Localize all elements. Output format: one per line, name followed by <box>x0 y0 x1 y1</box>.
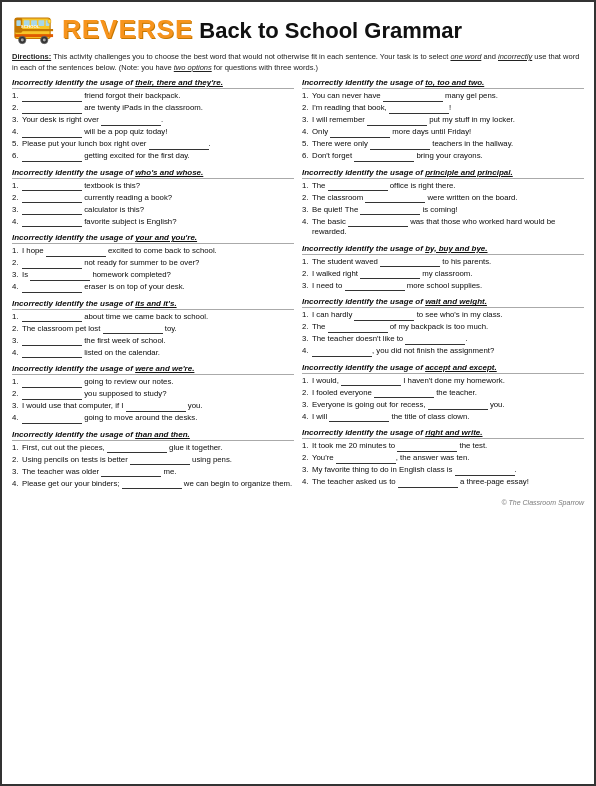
items-list-accept-except: 1.I would, I haven't done my homework.2.… <box>302 376 584 423</box>
list-item: 3. the first week of school. <box>12 336 294 347</box>
section-title-by-buy-bye: Incorrectly identify the usage of by, bu… <box>302 244 584 255</box>
list-item: 4.I will the title of class clown. <box>302 412 584 423</box>
blank-field <box>360 207 420 215</box>
list-item: 2.The classroom pet lost toy. <box>12 324 294 335</box>
list-item: 2. not ready for summer to be over? <box>12 258 294 269</box>
list-item: 1.The student waved to his parents. <box>302 257 584 268</box>
items-list-than-then: 1.First, cut out the pieces, glue it tog… <box>12 443 294 490</box>
list-item: 2. you supposed to study? <box>12 389 294 400</box>
list-item: 1.First, cut out the pieces, glue it tog… <box>12 443 294 454</box>
list-item: 5.Please put your lunch box right over . <box>12 139 294 150</box>
blank-field <box>405 337 465 345</box>
list-item: 1.I hope excited to come back to school. <box>12 246 294 257</box>
blank-field <box>101 118 161 126</box>
list-item: 4. eraser is on top of your desk. <box>12 282 294 293</box>
blank-field <box>22 392 82 400</box>
list-item: 4. going to move around the desks. <box>12 413 294 424</box>
list-item: 1.It took me 20 minutes to the test. <box>302 441 584 452</box>
section-title-than-then: Incorrectly identify the usage of than a… <box>12 430 294 441</box>
blank-field <box>389 106 449 114</box>
list-item: 4.The teacher asked us to a three-page e… <box>302 477 584 488</box>
list-item: 4.Only more days until Friday! <box>302 127 584 138</box>
blank-field <box>398 480 458 488</box>
section-principle-principal: Incorrectly identify the usage of princi… <box>302 168 584 238</box>
list-item: 1.I would, I haven't done my homework. <box>302 376 584 387</box>
items-list-your-youre: 1.I hope excited to come back to school.… <box>12 246 294 293</box>
list-item: 3.Be quiet! The is coming! <box>302 205 584 216</box>
right-column: Incorrectly identify the usage of to, to… <box>302 78 584 495</box>
title-area: REVERSE Back to School Grammar <box>62 14 462 45</box>
list-item: 3.My favorite thing to do in English cla… <box>302 465 584 476</box>
blank-field <box>22 207 82 215</box>
list-item: 1.The office is right there. <box>302 181 584 192</box>
items-list-its-its: 1. about time we came back to school.2.T… <box>12 312 294 359</box>
section-title-were-were: Incorrectly identify the usage of were a… <box>12 364 294 375</box>
section-title-your-youre: Incorrectly identify the usage of your a… <box>12 233 294 244</box>
section-title-right-write: Incorrectly identify the usage of right … <box>302 428 584 439</box>
items-list-right-write: 1.It took me 20 minutes to the test.2.Yo… <box>302 441 584 488</box>
blank-field <box>383 94 443 102</box>
blank-field <box>367 118 427 126</box>
items-list-whos-whose: 1. textbook is this?2. currently reading… <box>12 181 294 228</box>
list-item: 2.I fooled everyone the teacher. <box>302 388 584 399</box>
section-by-buy-bye: Incorrectly identify the usage of by, bu… <box>302 244 584 292</box>
section-its-its: Incorrectly identify the usage of its an… <box>12 299 294 359</box>
items-list-were-were: 1. going to review our notes.2. you supp… <box>12 377 294 424</box>
blank-field <box>341 378 401 386</box>
blank-field <box>22 380 82 388</box>
list-item: 3.Everyone is going out for recess, you. <box>302 400 584 411</box>
content-grid: Incorrectly identify the usage of their,… <box>12 78 584 495</box>
blank-field <box>22 219 82 227</box>
svg-rect-7 <box>15 29 53 31</box>
section-were-were: Incorrectly identify the usage of were a… <box>12 364 294 424</box>
blank-field <box>22 195 82 203</box>
list-item: 2.The classroom were written on the boar… <box>302 193 584 204</box>
blank-field <box>107 445 167 453</box>
section-title-whos-whose: Incorrectly identify the usage of who's … <box>12 168 294 179</box>
list-item: 2.The of my backpack is too much. <box>302 322 584 333</box>
list-item: 5.There were only teachers in the hallwa… <box>302 139 584 150</box>
page: SCHOOL REVERSE Back to School Grammar Di… <box>0 0 596 786</box>
blank-field <box>22 154 82 162</box>
list-item: 3.Your desk is right over . <box>12 115 294 126</box>
list-item: 3.I would use that computer, if I you. <box>12 401 294 412</box>
svg-point-10 <box>21 39 24 42</box>
blank-field <box>22 416 82 424</box>
blank-field <box>22 183 82 191</box>
section-title-wait-weight: Incorrectly identify the usage of wait a… <box>302 297 584 308</box>
school-bus-icon: SCHOOL <box>12 10 56 48</box>
title-rest: Back to School Grammar <box>199 18 462 44</box>
section-whos-whose: Incorrectly identify the usage of who's … <box>12 168 294 228</box>
blank-field <box>22 285 82 293</box>
list-item: 1.I can hardly to see who's in my class. <box>302 310 584 321</box>
section-accept-except: Incorrectly identify the usage of accept… <box>302 363 584 423</box>
items-list-by-buy-bye: 1.The student waved to his parents.2.I w… <box>302 257 584 292</box>
blank-field <box>360 271 420 279</box>
blank-field <box>397 444 457 452</box>
list-item: 2.Using pencils on tests is better using… <box>12 455 294 466</box>
items-list-to-too-two: 1.You can never have many gel pens.2.I'm… <box>302 91 584 162</box>
blank-field <box>101 469 161 477</box>
list-item: 1. friend forgot their backpack. <box>12 91 294 102</box>
section-title-to-too-two: Incorrectly identify the usage of to, to… <box>302 78 584 89</box>
blank-field <box>22 94 82 102</box>
blank-field <box>22 106 82 114</box>
blank-field <box>336 456 396 464</box>
blank-field <box>22 314 82 322</box>
list-item: 2. are twenty iPads in the classroom. <box>12 103 294 114</box>
svg-text:SCHOOL: SCHOOL <box>21 24 40 29</box>
header: SCHOOL REVERSE Back to School Grammar <box>12 10 584 48</box>
blank-field <box>365 195 425 203</box>
svg-rect-13 <box>48 19 51 23</box>
section-title-accept-except: Incorrectly identify the usage of accept… <box>302 363 584 374</box>
section-title-its-its: Incorrectly identify the usage of its an… <box>12 299 294 310</box>
section-their-there-theyre: Incorrectly identify the usage of their,… <box>12 78 294 162</box>
blank-field <box>46 249 106 257</box>
blank-field <box>330 130 390 138</box>
section-than-then: Incorrectly identify the usage of than a… <box>12 430 294 490</box>
section-wait-weight: Incorrectly identify the usage of wait a… <box>302 297 584 357</box>
list-item: 4. will be a pop quiz today! <box>12 127 294 138</box>
blank-field <box>130 457 190 465</box>
items-list-principle-principal: 1.The office is right there.2.The classr… <box>302 181 584 238</box>
list-item: 1. going to review our notes. <box>12 377 294 388</box>
